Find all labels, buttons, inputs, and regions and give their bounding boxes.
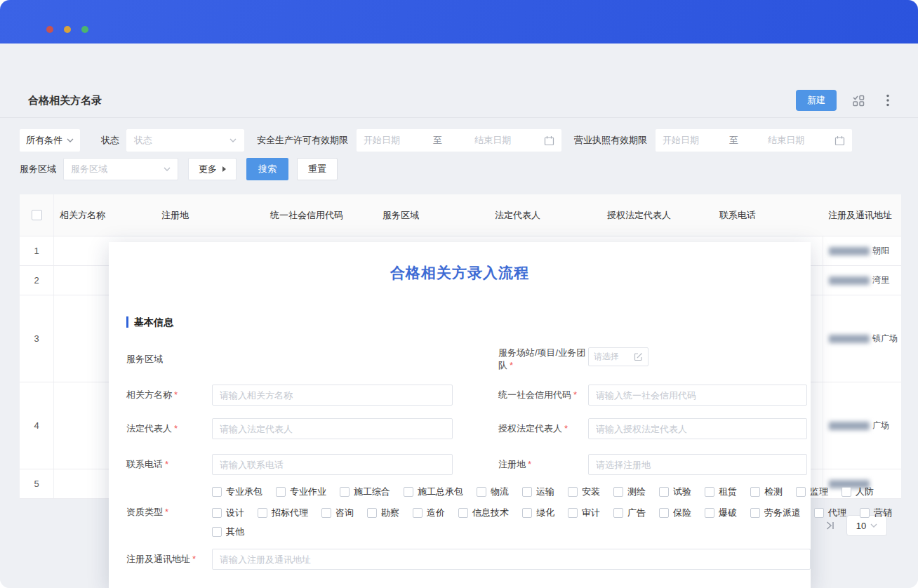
required-asterisk: * xyxy=(165,507,168,517)
auth-legal-rep-input[interactable] xyxy=(588,418,807,439)
checkbox-icon[interactable] xyxy=(568,487,578,497)
checkbox-icon[interactable] xyxy=(659,487,669,497)
checkbox-icon[interactable] xyxy=(860,508,870,518)
checkbox-icon[interactable] xyxy=(750,508,760,518)
qualification-option-label: 代理 xyxy=(828,507,846,519)
checkbox-icon[interactable] xyxy=(659,508,669,518)
safety-permit-daterange[interactable]: 开始日期 至 结束日期 xyxy=(357,129,561,152)
checkbox-icon[interactable] xyxy=(321,508,331,518)
credit-code-input[interactable] xyxy=(588,385,807,406)
qualification-option[interactable]: 劳务派遣 xyxy=(750,507,801,519)
qualification-option[interactable]: 招标代理 xyxy=(258,507,308,519)
qualification-option[interactable]: 运输 xyxy=(522,486,554,498)
qualification-option[interactable]: 专业承包 xyxy=(212,486,262,498)
party-name-input[interactable] xyxy=(212,385,453,406)
qualification-option[interactable]: 爆破 xyxy=(705,507,737,519)
last-page-icon[interactable] xyxy=(824,519,837,532)
service-area-select[interactable]: 服务区域 xyxy=(63,158,178,180)
checkbox-icon[interactable] xyxy=(522,508,532,518)
all-conditions-dropdown[interactable]: 所有条件 xyxy=(20,129,80,152)
qualification-option[interactable]: 代理 xyxy=(814,507,846,519)
reg-place-input[interactable] xyxy=(588,454,807,475)
checkbox-icon[interactable] xyxy=(258,508,267,518)
checkbox-icon[interactable] xyxy=(750,487,760,497)
checkbox-icon[interactable] xyxy=(796,487,806,497)
qualification-option[interactable]: 人防 xyxy=(842,486,874,498)
start-date-input[interactable]: 开始日期 xyxy=(663,134,699,147)
window-controls xyxy=(46,26,88,33)
checkbox-icon[interactable] xyxy=(458,508,468,518)
more-menu-icon[interactable] xyxy=(880,93,896,108)
minimize-window-icon[interactable] xyxy=(64,26,71,33)
checkbox-icon[interactable] xyxy=(477,487,486,497)
status-select[interactable]: 状态 xyxy=(126,129,244,152)
calendar-icon xyxy=(834,135,845,146)
qualification-option[interactable]: 测绘 xyxy=(613,486,646,498)
select-all-checkbox[interactable] xyxy=(32,210,42,220)
checkbox-icon[interactable] xyxy=(814,508,824,518)
start-date-input[interactable]: 开始日期 xyxy=(364,134,400,147)
qualification-option[interactable]: 监理 xyxy=(796,486,828,498)
checkbox-icon[interactable] xyxy=(276,487,286,497)
close-window-icon[interactable] xyxy=(46,26,53,33)
qualification-option[interactable]: 施工总承包 xyxy=(404,486,463,498)
basic-info-section-title: 基本信息 xyxy=(126,316,173,328)
checkbox-icon[interactable] xyxy=(404,487,413,497)
qualification-option[interactable]: 物流 xyxy=(477,486,509,498)
search-button[interactable]: 搜索 xyxy=(246,158,288,180)
qualification-option[interactable]: 租赁 xyxy=(705,486,737,498)
qualification-option-label: 施工总承包 xyxy=(418,486,463,498)
required-asterisk: * xyxy=(510,360,513,370)
required-asterisk: * xyxy=(174,389,178,400)
end-date-input[interactable]: 结束日期 xyxy=(768,134,804,147)
page-title: 合格相关方名录 xyxy=(28,94,102,107)
column-settings-icon[interactable] xyxy=(851,93,866,108)
create-button[interactable]: 新建 xyxy=(796,90,837,111)
checkbox-icon[interactable] xyxy=(340,487,350,497)
qualification-option[interactable]: 营销 xyxy=(860,507,892,519)
qualification-option[interactable]: 试验 xyxy=(659,486,691,498)
qualification-option-label: 专业承包 xyxy=(226,486,262,498)
legal-rep-input[interactable] xyxy=(212,418,453,439)
qualification-option[interactable]: 其他 xyxy=(212,526,244,538)
checkbox-icon[interactable] xyxy=(613,508,623,518)
checkbox-icon[interactable] xyxy=(842,487,851,497)
qualification-option[interactable]: 勘察 xyxy=(367,507,399,519)
col-auth-legal-rep: 授权法定代表人 xyxy=(601,209,714,222)
reset-button[interactable]: 重置 xyxy=(297,158,338,180)
checkbox-icon[interactable] xyxy=(522,487,532,497)
qualification-option[interactable]: 造价 xyxy=(413,507,445,519)
qualification-option[interactable]: 施工综合 xyxy=(340,486,390,498)
checkbox-icon[interactable] xyxy=(705,487,714,497)
checkbox-icon[interactable] xyxy=(705,508,714,518)
more-filters-button[interactable]: 更多 xyxy=(188,158,237,180)
qualification-option[interactable]: 检测 xyxy=(750,486,783,498)
qualification-option[interactable]: 专业作业 xyxy=(276,486,326,498)
checkbox-icon[interactable] xyxy=(367,508,377,518)
qualification-option[interactable]: 设计 xyxy=(212,507,244,519)
reg-place-field-label: 注册地* xyxy=(498,458,531,471)
qualification-option[interactable]: 绿化 xyxy=(522,507,554,519)
checkbox-icon[interactable] xyxy=(212,527,222,537)
service-team-select[interactable]: 请选择 xyxy=(588,347,648,366)
app-window: 合格相关方名录 新建 xyxy=(0,0,918,588)
checkbox-icon[interactable] xyxy=(613,487,623,497)
qualification-option[interactable]: 保险 xyxy=(659,507,691,519)
qualification-option-label: 安装 xyxy=(582,486,600,498)
phone-input[interactable] xyxy=(212,454,453,475)
qualification-option[interactable]: 广告 xyxy=(613,507,646,519)
checkbox-icon[interactable] xyxy=(212,487,222,497)
maximize-window-icon[interactable] xyxy=(81,26,88,33)
qualification-option[interactable]: 信息技术 xyxy=(458,507,509,519)
redacted-text xyxy=(829,247,870,255)
checkbox-icon[interactable] xyxy=(568,508,578,518)
checkbox-icon[interactable] xyxy=(212,508,222,518)
business-license-daterange[interactable]: 开始日期 至 结束日期 xyxy=(656,129,852,152)
checkbox-icon[interactable] xyxy=(413,508,423,518)
qualification-option[interactable]: 咨询 xyxy=(321,507,354,519)
qualification-option[interactable]: 审计 xyxy=(568,507,600,519)
end-date-input[interactable]: 结束日期 xyxy=(474,134,511,147)
qualification-option[interactable]: 安装 xyxy=(568,486,600,498)
required-asterisk: * xyxy=(564,423,568,434)
address-input[interactable] xyxy=(212,549,811,570)
